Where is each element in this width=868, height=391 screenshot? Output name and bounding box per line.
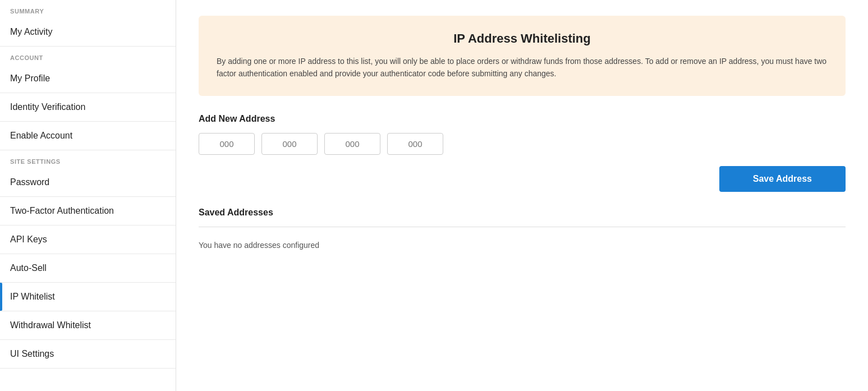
ip-octet-1[interactable] (199, 133, 255, 155)
divider (199, 227, 846, 227)
sidebar-section-label: ACCOUNT (0, 47, 176, 65)
sidebar-section-label: SUMMARY (0, 0, 176, 18)
sidebar-item-auto-sell[interactable]: Auto-Sell (0, 254, 176, 283)
sidebar-item-identity-verification[interactable]: Identity Verification (0, 93, 176, 122)
banner-title: IP Address Whitelisting (217, 31, 828, 46)
saved-addresses-title: Saved Addresses (199, 208, 846, 218)
main-content: IP Address Whitelisting By adding one or… (176, 0, 868, 391)
ip-octet-2[interactable] (261, 133, 318, 155)
save-address-button[interactable]: Save Address (719, 166, 846, 192)
banner-description: By adding one or more IP address to this… (217, 55, 828, 80)
sidebar-item-ui-settings[interactable]: UI Settings (0, 340, 176, 369)
ip-input-group (199, 133, 846, 155)
add-address-section: Add New Address Save Address (199, 114, 846, 192)
sidebar-item-my-profile[interactable]: My Profile (0, 65, 176, 93)
sidebar: SUMMARYMy ActivityACCOUNTMy ProfileIdent… (0, 0, 176, 391)
ip-octet-4[interactable] (387, 133, 443, 155)
saved-addresses-section: Saved Addresses You have no addresses co… (199, 208, 846, 254)
sidebar-item-withdrawal-whitelist[interactable]: Withdrawal Whitelist (0, 311, 176, 340)
info-banner: IP Address Whitelisting By adding one or… (199, 16, 846, 96)
sidebar-section-label: SITE SETTINGS (0, 150, 176, 168)
sidebar-item-enable-account[interactable]: Enable Account (0, 122, 176, 150)
sidebar-item-api-keys[interactable]: API Keys (0, 226, 176, 254)
add-address-title: Add New Address (199, 114, 846, 124)
sidebar-item-password[interactable]: Password (0, 168, 176, 197)
sidebar-item-my-activity[interactable]: My Activity (0, 18, 176, 47)
sidebar-item-two-factor-auth[interactable]: Two-Factor Authentication (0, 197, 176, 226)
no-addresses-message: You have no addresses configured (199, 236, 846, 254)
ip-octet-3[interactable] (324, 133, 380, 155)
sidebar-item-ip-whitelist[interactable]: IP Whitelist (0, 283, 176, 311)
